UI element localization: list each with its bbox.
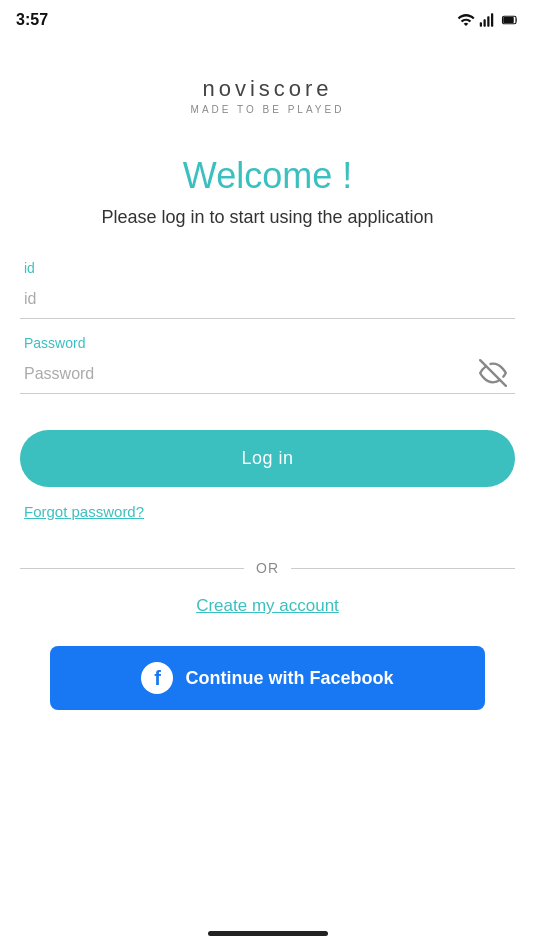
or-divider: OR xyxy=(20,560,515,576)
logo-text: noviscore xyxy=(0,76,535,102)
logo-area: noviscore MADE TO BE PLAYED xyxy=(0,76,535,115)
password-wrapper xyxy=(20,355,515,394)
svg-rect-2 xyxy=(487,16,489,27)
svg-rect-1 xyxy=(484,19,486,27)
or-line-right xyxy=(291,568,515,569)
toggle-password-icon[interactable] xyxy=(479,359,507,391)
create-account-link[interactable]: Create my account xyxy=(196,596,339,615)
svg-rect-5 xyxy=(503,17,514,23)
or-text: OR xyxy=(256,560,279,576)
email-input-group: id xyxy=(20,260,515,319)
welcome-subtitle: Please log in to start using the applica… xyxy=(20,205,515,230)
signal-icon xyxy=(479,11,497,29)
create-account-section: Create my account xyxy=(0,596,535,616)
status-bar: 3:57 xyxy=(0,0,535,36)
bottom-nav-bar xyxy=(0,923,535,943)
facebook-icon: f xyxy=(141,662,173,694)
password-input-group: Password xyxy=(20,335,515,394)
email-input[interactable] xyxy=(20,280,515,319)
password-label: Password xyxy=(20,335,515,351)
svg-rect-3 xyxy=(491,13,493,27)
password-input[interactable] xyxy=(20,355,515,394)
facebook-button-label: Continue with Facebook xyxy=(185,668,393,689)
welcome-section: Welcome ! Please log in to start using t… xyxy=(0,155,535,230)
status-icons xyxy=(457,11,519,29)
status-time: 3:57 xyxy=(16,11,48,29)
facebook-login-button[interactable]: f Continue with Facebook xyxy=(50,646,485,710)
email-label: id xyxy=(20,260,515,276)
svg-rect-0 xyxy=(480,22,482,27)
bottom-pill xyxy=(208,931,328,936)
or-line-left xyxy=(20,568,244,569)
welcome-title: Welcome ! xyxy=(20,155,515,197)
battery-icon xyxy=(501,11,519,29)
wifi-icon xyxy=(457,11,475,29)
login-button[interactable]: Log in xyxy=(20,430,515,487)
forgot-password-link[interactable]: Forgot password? xyxy=(20,503,515,520)
form-container: id Password Log in Forgot password? xyxy=(20,250,515,550)
logo-tagline: MADE TO BE PLAYED xyxy=(0,104,535,115)
